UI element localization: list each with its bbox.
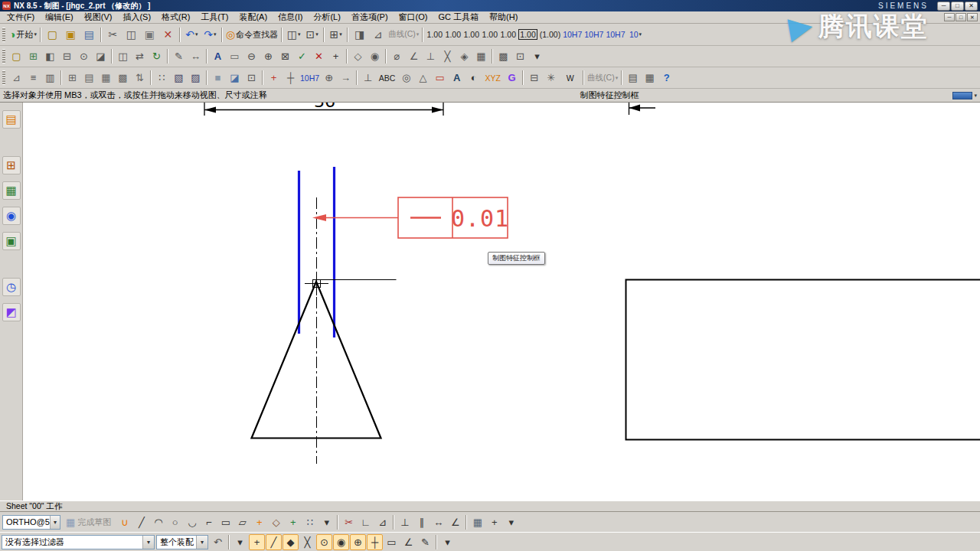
fit-style-2[interactable]: 10H7 xyxy=(583,26,604,44)
save-button[interactable]: ▤ xyxy=(80,26,98,44)
minimize-button[interactable]: ─ xyxy=(937,2,950,11)
offset-center-button[interactable]: ◈ xyxy=(456,48,472,64)
menu-information[interactable]: 信息(I) xyxy=(273,11,308,24)
sidebar-roles[interactable]: ◩ xyxy=(2,303,21,321)
toolbar-grip[interactable] xyxy=(2,70,5,85)
dim-style-basic[interactable]: 1.00 xyxy=(518,26,537,44)
grid-display-button[interactable]: ▩ xyxy=(495,48,511,64)
crosshair-button[interactable]: + xyxy=(328,48,344,64)
mdi-close-button[interactable]: ✕ xyxy=(967,13,978,21)
update-views-button[interactable]: ↻ xyxy=(149,48,165,64)
datum-target-button[interactable]: ◐ xyxy=(466,70,482,86)
sidebar-history[interactable]: ◷ xyxy=(2,278,21,296)
offset-curve-tool[interactable]: ◇ xyxy=(268,514,284,530)
quick-extend-tool[interactable]: ∟ xyxy=(358,514,374,530)
target-button[interactable]: ◉ xyxy=(367,48,383,64)
sidebar-assembly-navigator[interactable]: ⊞ xyxy=(2,156,21,174)
view-list-button[interactable]: ⊟ xyxy=(526,70,542,86)
rectangle-tool[interactable]: ▭ xyxy=(217,514,234,530)
undo-button[interactable]: ↶▾ xyxy=(183,26,201,44)
pattern-button[interactable]: ∷ xyxy=(154,70,170,86)
parts-list-button[interactable]: ▤ xyxy=(81,70,97,86)
delete-button[interactable]: ✕ xyxy=(159,26,177,44)
polygon-tool[interactable]: ▱ xyxy=(234,514,250,530)
arc-tool[interactable]: ◠ xyxy=(150,514,166,530)
hole-table-button[interactable]: ⊡ xyxy=(243,70,260,86)
image-button[interactable]: ▦ xyxy=(473,48,489,64)
mdi-minimize-button[interactable]: ─ xyxy=(944,13,955,21)
open-file-button[interactable]: ▣ xyxy=(62,26,80,44)
restore-button[interactable]: □ xyxy=(951,2,964,11)
cell-settings-button[interactable]: ▦ xyxy=(98,70,114,86)
menu-window[interactable]: 窗口(O) xyxy=(394,11,433,24)
help-button[interactable]: ? xyxy=(658,70,675,86)
bounded-plane-button[interactable]: ■ xyxy=(210,70,226,86)
copy-button[interactable]: ◫ xyxy=(122,26,140,44)
prompt-overflow-icon[interactable]: ▾ xyxy=(975,93,978,99)
centerline-button[interactable]: ┼ xyxy=(283,70,299,86)
intersection-button[interactable]: ╳ xyxy=(439,48,456,64)
show-constraints-toggle[interactable]: ▦ xyxy=(469,514,485,530)
point-tool[interactable]: + xyxy=(251,514,267,530)
screenshot-button[interactable]: ⊡▾ xyxy=(303,26,321,44)
chamfer-tool[interactable]: ⌐ xyxy=(201,514,217,530)
toolbar-grip[interactable] xyxy=(2,28,5,42)
sheet-table-button[interactable]: ▦ xyxy=(642,70,658,86)
fit-view-button[interactable]: ⊠ xyxy=(277,48,293,64)
menu-view[interactable]: 视图(V) xyxy=(79,11,118,24)
add-curve-tool[interactable]: + xyxy=(285,514,301,530)
snap-existing-point[interactable]: ⊕ xyxy=(350,534,366,550)
display-mode-button[interactable]: ◨ xyxy=(351,26,368,44)
menu-insert[interactable]: 插入(S) xyxy=(117,11,156,24)
cancel-button[interactable]: ✕ xyxy=(311,48,327,64)
chevron-down-icon[interactable]: ▾ xyxy=(142,536,154,549)
edit-view-button[interactable]: ✎ xyxy=(171,48,187,64)
make-corner-tool[interactable]: ⊿ xyxy=(374,514,390,530)
sidebar-reuse-library[interactable]: ◉ xyxy=(2,207,21,225)
arc-fillet-tool[interactable]: ◡ xyxy=(184,514,200,530)
hole-callout-button[interactable]: ⌀ xyxy=(389,48,405,64)
selection-back-button[interactable]: ↶ xyxy=(210,534,226,550)
sketch-overflow-button[interactable]: ▾ xyxy=(503,514,519,530)
section-line-button[interactable]: ◪ xyxy=(227,70,243,86)
snap-intersection[interactable]: ╳ xyxy=(299,534,315,550)
selection-scope-select[interactable]: 整个装配 ▾ xyxy=(156,535,208,549)
menu-assemblies[interactable]: 装配(A) xyxy=(234,11,273,24)
parallel-constraint-tool[interactable]: ∥ xyxy=(413,514,430,530)
triangle-symbol-button[interactable]: △ xyxy=(415,70,431,86)
window-display-button[interactable]: ◫▾ xyxy=(285,26,302,44)
redo-button[interactable]: ↷▾ xyxy=(201,26,219,44)
new-sheet-button[interactable]: ▢ xyxy=(8,48,24,64)
cut-button[interactable]: ✂ xyxy=(104,26,122,44)
weld-symbol-chip[interactable]: W xyxy=(560,70,580,86)
abc-note-chip[interactable]: ABC xyxy=(377,70,397,86)
menu-preferences[interactable]: 首选项(P) xyxy=(346,11,394,24)
layout-button[interactable]: ⊞▾ xyxy=(327,26,345,44)
curve-group-2-button[interactable]: 曲线(C)▾ xyxy=(586,70,619,86)
sort-button[interactable]: ⇅ xyxy=(132,70,148,86)
close-button[interactable]: ✕ xyxy=(965,2,978,11)
snap-arc-center[interactable]: ⊙ xyxy=(316,534,332,550)
fit-style-3[interactable]: 10H7 xyxy=(605,26,626,44)
menu-tools[interactable]: 工具(T) xyxy=(195,11,234,24)
datum-button[interactable]: ◇ xyxy=(350,48,366,64)
angle-dimension-tool[interactable]: ∠ xyxy=(447,514,463,530)
curve-group-button[interactable]: 曲线(C)▾ xyxy=(387,26,420,44)
balloon-button[interactable]: ◎ xyxy=(398,70,414,86)
dim-style-tolerance-3[interactable]: 1.00 xyxy=(481,26,498,44)
leader-button[interactable]: → xyxy=(338,70,354,86)
start-button[interactable]: ◑开始▾ xyxy=(8,26,38,44)
snap-mid-point[interactable]: ╱ xyxy=(266,534,282,550)
selection-filter-select[interactable]: 没有选择过滤器 ▾ xyxy=(2,535,155,549)
hole-dim-button[interactable]: ⊕ xyxy=(321,70,337,86)
menu-help[interactable]: 帮助(H) xyxy=(484,11,523,24)
snap-end-point[interactable]: + xyxy=(249,534,265,550)
dim-style-tolerance-4[interactable]: 1.00 xyxy=(499,26,517,44)
dim-style-tolerance-2[interactable]: 1.00 xyxy=(462,26,480,44)
profile-tool[interactable]: ∪ xyxy=(116,514,132,530)
check-button[interactable]: ✓ xyxy=(294,48,310,64)
zoom-in-button[interactable]: ⊕ xyxy=(260,48,276,64)
sketch-name-select[interactable]: ORTHO@5 ▾ xyxy=(2,515,60,530)
view-align-button[interactable]: ⇄ xyxy=(132,48,148,64)
row2-overflow-button[interactable]: ▾ xyxy=(529,48,545,64)
